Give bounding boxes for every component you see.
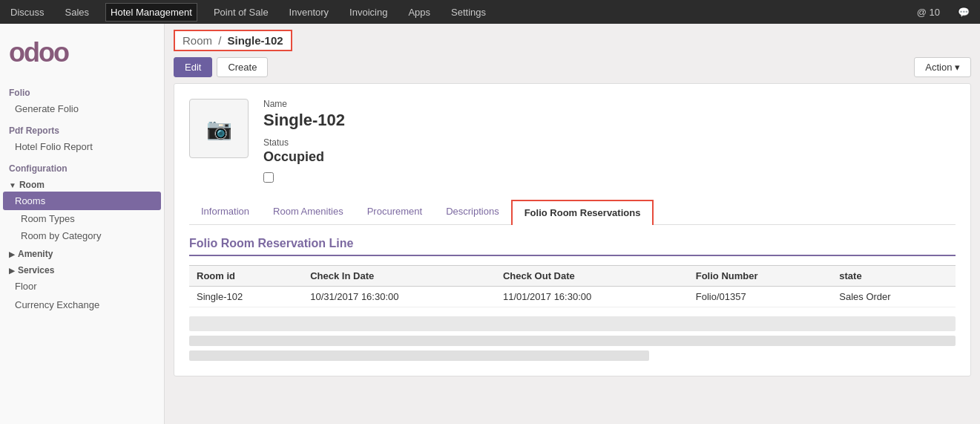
cell-folio-number: Folio/01357	[688, 287, 832, 307]
cell-check-in: 10/31/2017 16:30:00	[303, 287, 496, 307]
toolbar: Edit Create Action ▾	[174, 57, 971, 77]
sidebar: odoo Folio Generate Folio Pdf Reports Ho…	[0, 24, 165, 424]
empty-stripe-1	[189, 316, 956, 331]
amenity-group-label: Amenity	[18, 249, 53, 259]
room-name-value: Single-102	[263, 111, 956, 130]
table-header-row: Room id Check In Date Check Out Date Fol…	[189, 266, 956, 287]
logo-area: odoo	[0, 31, 164, 80]
cell-check-out: 11/01/2017 16:30:00	[496, 287, 688, 307]
tab-folio-room-reservations[interactable]: Folio Room Reservations	[511, 200, 654, 225]
tab-descriptions[interactable]: Descriptions	[434, 200, 511, 224]
nav-inventory[interactable]: Inventory	[285, 4, 333, 21]
reservation-section-title: Folio Room Reservation Line	[189, 237, 956, 256]
empty-stripe-2	[189, 336, 956, 346]
chat-icon[interactable]: 💬	[953, 4, 974, 21]
col-check-out: Check Out Date	[496, 266, 688, 287]
section-configuration: Configuration	[0, 159, 164, 175]
top-nav-right: @ 10 💬	[912, 4, 974, 21]
nav-apps[interactable]: Apps	[404, 4, 435, 21]
sidebar-item-room-by-category[interactable]: Room by Category	[0, 227, 164, 244]
table-body: Single-102 10/31/2017 16:30:00 11/01/201…	[189, 287, 956, 307]
sidebar-item-rooms[interactable]: Rooms	[3, 192, 161, 210]
logo-text: odoo	[9, 37, 68, 68]
sidebar-item-hotel-folio-report[interactable]: Hotel Folio Report	[0, 137, 164, 156]
table-header: Room id Check In Date Check Out Date Fol…	[189, 266, 956, 287]
create-button[interactable]: Create	[217, 57, 268, 77]
breadcrumb: Room / Single-102	[174, 30, 292, 51]
room-checkbox[interactable]	[263, 172, 274, 183]
cell-state: Sales Order	[832, 287, 956, 307]
action-group: Action ▾	[914, 57, 971, 77]
room-card: 📷 Name Single-102 Status Occupied Inform…	[174, 83, 971, 376]
amenity-arrow-icon: ▶	[9, 250, 15, 258]
room-info: Name Single-102 Status Occupied	[263, 99, 956, 185]
sidebar-item-floor[interactable]: Floor	[0, 277, 164, 296]
services-group-label: Services	[18, 265, 54, 275]
section-folio: Folio	[0, 83, 164, 100]
main-layout: odoo Folio Generate Folio Pdf Reports Ho…	[0, 24, 980, 424]
sidebar-group-room[interactable]: ▼ Room	[0, 175, 164, 192]
nav-sales[interactable]: Sales	[61, 4, 94, 21]
action-label: Action ▾	[925, 62, 960, 73]
room-header: 📷 Name Single-102 Status Occupied	[189, 99, 956, 185]
name-label: Name	[263, 99, 956, 109]
nav-settings[interactable]: Settings	[447, 4, 490, 21]
empty-stripe-3	[189, 350, 649, 361]
col-state: state	[832, 266, 956, 287]
sidebar-item-room-types[interactable]: Room Types	[0, 210, 164, 227]
room-photo: 📷	[189, 99, 249, 158]
edit-button[interactable]: Edit	[174, 57, 212, 77]
checkbox-row	[263, 172, 956, 185]
notification-counter[interactable]: @ 10	[912, 4, 944, 21]
tab-procurement[interactable]: Procurement	[355, 200, 434, 224]
sidebar-item-currency-exchange[interactable]: Currency Exchange	[0, 296, 164, 314]
room-arrow-icon: ▼	[9, 181, 16, 189]
nav-hotel-management[interactable]: Hotel Management	[105, 3, 197, 22]
tab-room-amenities[interactable]: Room Amenities	[261, 200, 355, 224]
services-arrow-icon: ▶	[9, 267, 15, 275]
nav-invoicing[interactable]: Invoicing	[345, 4, 392, 21]
breadcrumb-parent[interactable]: Room	[182, 34, 212, 47]
odoo-logo: odoo	[9, 37, 68, 68]
reservation-table: Room id Check In Date Check Out Date Fol…	[189, 265, 956, 307]
breadcrumb-separator: /	[218, 34, 221, 47]
tabs-bar: Information Room Amenities Procurement D…	[189, 200, 956, 225]
sidebar-item-generate-folio[interactable]: Generate Folio	[0, 100, 164, 118]
col-folio-number: Folio Number	[688, 266, 832, 287]
status-label: Status	[263, 137, 956, 148]
cell-room-id: Single-102	[189, 287, 303, 307]
top-navigation: Discuss Sales Hotel Management Point of …	[0, 0, 980, 24]
toolbar-area: Room / Single-102 Edit Create Action ▾	[165, 24, 980, 83]
action-button[interactable]: Action ▾	[914, 57, 971, 77]
nav-point-of-sale[interactable]: Point of Sale	[209, 4, 273, 21]
col-room-id: Room id	[189, 266, 303, 287]
room-group-label: Room	[19, 180, 45, 190]
camera-icon: 📷	[206, 117, 232, 141]
sidebar-group-amenity[interactable]: ▶ Amenity	[0, 244, 164, 261]
breadcrumb-current: Single-102	[228, 34, 283, 47]
nav-discuss[interactable]: Discuss	[6, 4, 49, 21]
main-content: Room / Single-102 Edit Create Action ▾ 📷	[165, 24, 980, 424]
sidebar-group-services[interactable]: ▶ Services	[0, 261, 164, 277]
tab-information[interactable]: Information	[189, 200, 261, 224]
section-pdf-reports: Pdf Reports	[0, 121, 164, 137]
col-check-in: Check In Date	[303, 266, 496, 287]
status-value: Occupied	[263, 149, 956, 165]
table-row[interactable]: Single-102 10/31/2017 16:30:00 11/01/201…	[189, 287, 956, 307]
